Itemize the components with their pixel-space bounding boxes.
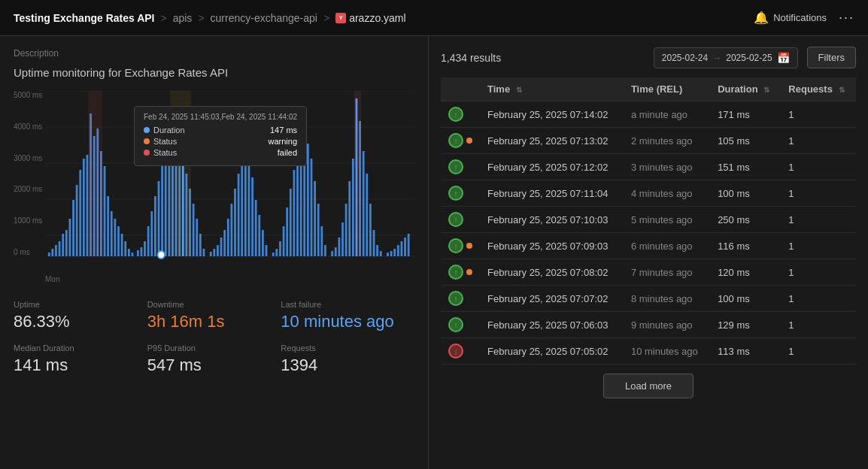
chart-x-labels: Mon: [14, 275, 414, 283]
svg-rect-30: [132, 253, 134, 256]
filters-button[interactable]: Filters: [807, 47, 856, 68]
last-failure-label: Last failure: [281, 300, 414, 309]
svg-rect-35: [150, 211, 153, 256]
svg-rect-51: [210, 252, 212, 256]
status-cell: ↓: [441, 338, 480, 365]
sep3: >: [323, 12, 329, 24]
svg-rect-81: [317, 204, 320, 256]
svg-rect-69: [275, 249, 278, 256]
time-sort-icon: ⇅: [516, 86, 522, 94]
status-down-icon: ↓: [448, 343, 463, 359]
table-row[interactable]: ↑February 25, 2025 07:07:028 minutes ago…: [441, 286, 856, 312]
svg-rect-97: [376, 245, 378, 256]
svg-rect-11: [65, 230, 68, 256]
svg-rect-38: [161, 166, 163, 256]
status-up-icon: ↑: [448, 238, 463, 253]
warning-dot: [466, 138, 472, 144]
duration-cell: 100 ms: [710, 286, 781, 312]
time-cell: February 25, 2025 07:05:02: [480, 338, 624, 365]
svg-rect-7: [51, 249, 53, 256]
duration-cell: 129 ms: [710, 312, 781, 338]
duration-cell: 113 ms: [710, 338, 781, 365]
table-row[interactable]: ↑February 25, 2025 07:09:036 minutes ago…: [441, 233, 856, 259]
time-rel-cell: 9 minutes ago: [624, 312, 710, 338]
table-row[interactable]: ↑February 25, 2025 07:11:044 minutes ago…: [441, 180, 856, 207]
duration-sort-icon: ⇅: [763, 86, 769, 94]
more-menu-button[interactable]: ···: [839, 10, 854, 26]
tooltip-dot-duration: [144, 127, 150, 133]
svg-rect-10: [62, 234, 64, 256]
svg-rect-80: [314, 181, 316, 256]
uptime-label: Uptime: [14, 300, 147, 309]
tooltip-label-status-warn: Status: [153, 137, 177, 146]
requests-sort-icon: ⇅: [839, 86, 845, 94]
svg-rect-96: [373, 230, 375, 256]
status-up-icon: ↑: [448, 159, 463, 174]
svg-rect-85: [335, 247, 337, 256]
file-icon: Y: [335, 13, 346, 23]
status-cell: ↑: [441, 128, 480, 154]
chart-container: 5000 ms 4000 ms 3000 ms 2000 ms 1000 ms …: [14, 91, 414, 286]
table-row[interactable]: ↓February 25, 2025 07:05:0210 minutes ag…: [441, 338, 856, 365]
svg-rect-6: [48, 253, 50, 256]
table-row[interactable]: ↑February 25, 2025 07:12:023 minutes ago…: [441, 154, 856, 180]
col-time-label: Time: [487, 83, 510, 95]
table-row[interactable]: ↑February 25, 2025 07:13:022 minutes ago…: [441, 128, 856, 154]
p95-duration-label: P95 Duration: [147, 343, 281, 353]
no-warning-dot: [466, 348, 472, 354]
requests-cell: 1: [781, 233, 856, 259]
svg-rect-36: [154, 196, 156, 256]
svg-rect-24: [111, 211, 113, 256]
col-duration[interactable]: Duration ⇅: [710, 77, 781, 101]
no-warning-dot: [466, 322, 472, 328]
chart-y-labels: 5000 ms 4000 ms 3000 ms 2000 ms 1000 ms …: [14, 91, 42, 256]
svg-rect-105: [408, 234, 410, 256]
svg-rect-12: [69, 219, 71, 256]
sep1: >: [161, 12, 167, 24]
main-content: Description Uptime monitoring for Exchan…: [0, 36, 868, 469]
svg-rect-100: [390, 251, 393, 256]
file-link[interactable]: Y arazzo.yaml: [335, 12, 405, 24]
time-cell: February 25, 2025 07:12:02: [480, 154, 624, 180]
requests-cell: 1: [781, 180, 856, 207]
col-time[interactable]: Time ⇅: [480, 77, 624, 101]
duration-cell: 116 ms: [710, 233, 781, 259]
stats-row-1: Uptime 86.33% Downtime 3h 16m 1s Last fa…: [14, 300, 414, 331]
y-label-5000: 5000 ms: [14, 91, 42, 99]
date-range-picker[interactable]: 2025-02-24 → 2025-02-25 📅: [654, 47, 798, 68]
svg-rect-84: [331, 251, 333, 256]
time-rel-cell: 10 minutes ago: [624, 338, 710, 365]
load-more-button[interactable]: Load more: [603, 374, 693, 398]
svg-rect-60: [241, 159, 243, 256]
table-row[interactable]: ↑February 25, 2025 07:08:027 minutes ago…: [441, 259, 856, 286]
requests-cell: 1: [781, 128, 856, 154]
svg-rect-68: [272, 253, 275, 256]
svg-rect-8: [55, 245, 57, 256]
warning-dot: [466, 269, 472, 275]
table-row[interactable]: ↑February 25, 2025 07:14:02a minute ago1…: [441, 101, 856, 128]
table-row[interactable]: ↑February 25, 2025 07:10:035 minutes ago…: [441, 207, 856, 233]
svg-rect-15: [79, 170, 81, 256]
app-title: Testing Exchange Rates API: [14, 12, 155, 24]
svg-rect-47: [193, 204, 195, 256]
time-rel-cell: 5 minutes ago: [624, 207, 710, 233]
svg-rect-55: [223, 230, 226, 256]
svg-rect-67: [266, 245, 268, 256]
svg-rect-22: [104, 166, 106, 256]
status-cell: ↑: [441, 233, 480, 259]
svg-rect-87: [341, 222, 344, 256]
requests-cell: 1: [781, 154, 856, 180]
svg-rect-104: [404, 238, 406, 256]
time-rel-cell: a minute ago: [624, 101, 710, 128]
svg-rect-79: [311, 159, 313, 256]
notifications-button[interactable]: 🔔 Notifications: [754, 11, 827, 25]
svg-rect-9: [59, 241, 61, 256]
results-table: Time ⇅ Time (REL) Duration ⇅ Requests ⇅ …: [441, 77, 856, 407]
calendar-icon[interactable]: 📅: [777, 52, 790, 64]
sep2: >: [198, 12, 204, 24]
tooltip-dot-failed: [144, 150, 150, 156]
table-row[interactable]: ↑February 25, 2025 07:06:039 minutes ago…: [441, 312, 856, 338]
svg-rect-70: [279, 241, 281, 256]
stat-downtime: Downtime 3h 16m 1s: [147, 300, 281, 331]
col-requests[interactable]: Requests ⇅: [781, 77, 856, 101]
